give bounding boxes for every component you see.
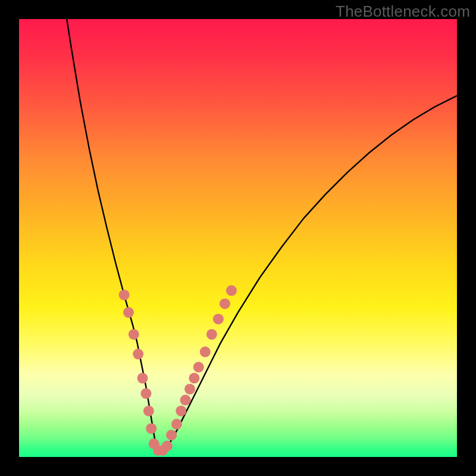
curve-marker-dot xyxy=(200,346,211,357)
chart-frame: TheBottleneck.com xyxy=(0,0,476,476)
curve-marker-dot xyxy=(162,441,173,452)
curve-marker-dot xyxy=(176,406,186,416)
curve-marker-dot xyxy=(140,388,151,399)
curve-marker-dot xyxy=(166,430,177,440)
curve-marker-dot xyxy=(189,373,199,384)
curve-marker-dot xyxy=(143,406,154,416)
chart-svg xyxy=(19,19,457,457)
curve-marker-dot xyxy=(119,290,130,300)
curve-marker-dot xyxy=(171,419,182,430)
curve-marker-dot xyxy=(129,329,139,340)
curve-marker-dot xyxy=(206,329,217,340)
curve-marker-dot xyxy=(133,349,143,359)
curve-marker-dot xyxy=(180,394,191,405)
curve-marker-dot xyxy=(226,285,237,296)
watermark-label: TheBottleneck.com xyxy=(336,2,470,21)
curve-marker-group xyxy=(119,285,237,456)
curve-marker-dot xyxy=(213,314,224,324)
curve-marker-dot xyxy=(137,373,148,384)
curve-marker-dot xyxy=(184,384,195,394)
curve-marker-dot xyxy=(193,362,204,372)
bottleneck-curve xyxy=(67,19,457,450)
curve-marker-dot xyxy=(220,298,230,309)
curve-marker-dot xyxy=(146,423,156,434)
plot-area xyxy=(19,19,457,457)
curve-marker-dot xyxy=(123,307,134,318)
